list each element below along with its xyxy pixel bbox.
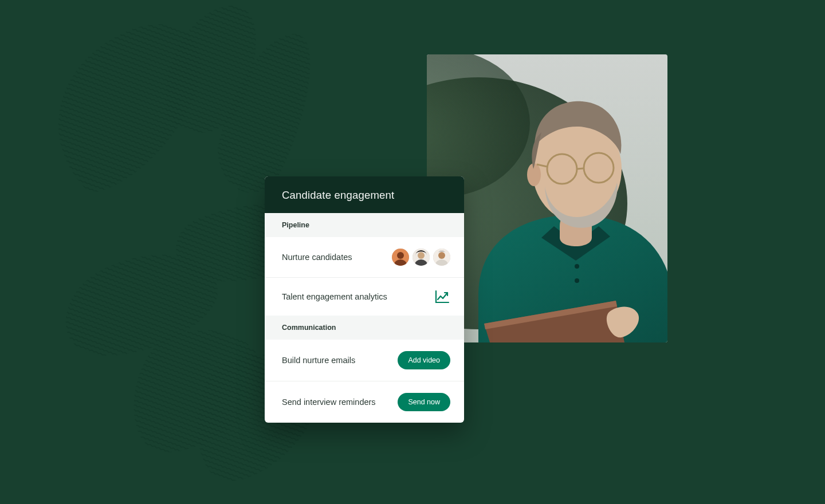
- avatar: [433, 249, 450, 266]
- row-build-nurture-emails: Build nurture emails Add video: [265, 340, 464, 381]
- candidate-engagement-card: Candidate engagement Pipeline Nurture ca…: [265, 176, 464, 423]
- avatar: [392, 249, 409, 266]
- row-send-interview-reminders: Send interview reminders Send now: [265, 381, 464, 423]
- row-label: Send interview reminders: [282, 397, 376, 407]
- section-header-pipeline: Pipeline: [265, 213, 464, 237]
- send-now-button[interactable]: Send now: [398, 393, 450, 411]
- add-video-button[interactable]: Add video: [398, 351, 450, 369]
- row-label: Build nurture emails: [282, 356, 355, 365]
- svg-point-14: [418, 252, 425, 259]
- card-title: Candidate engagement: [265, 176, 464, 213]
- svg-point-11: [397, 252, 404, 259]
- analytics-up-icon: [434, 289, 450, 304]
- svg-point-5: [575, 278, 579, 283]
- svg-point-4: [575, 264, 579, 269]
- row-label: Talent engagement analytics: [282, 292, 387, 301]
- section-header-communication: Communication: [265, 316, 464, 340]
- row-label: Nurture candidates: [282, 253, 352, 262]
- avatar-group: [392, 249, 450, 266]
- avatar: [412, 249, 430, 266]
- row-talent-engagement-analytics[interactable]: Talent engagement analytics: [265, 277, 464, 316]
- svg-point-17: [438, 252, 445, 259]
- row-nurture-candidates[interactable]: Nurture candidates: [265, 237, 464, 277]
